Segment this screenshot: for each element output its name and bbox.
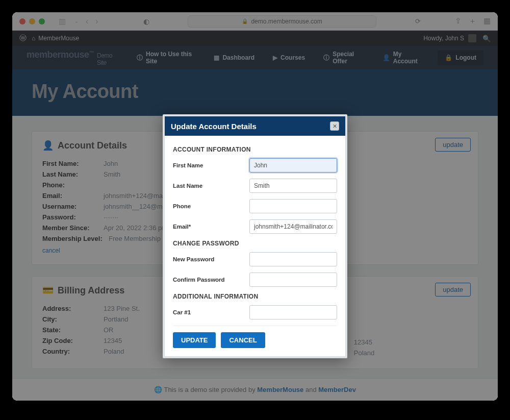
divider [173,326,337,326]
last-name-input[interactable] [249,179,337,193]
modal-header: Update Account Details ✕ [165,116,345,136]
car-1-input[interactable] [249,305,337,319]
phone-input[interactable] [249,199,337,213]
first-name-input[interactable] [249,158,337,172]
section-additional-info: ADDITIONAL INFORMATION [173,293,337,300]
section-change-password: CHANGE PASSWORD [173,240,337,247]
modal-close-button[interactable]: ✕ [330,121,339,131]
update-account-modal: Update Account Details ✕ ACCOUNT INFORMA… [163,114,347,358]
modal-overlay[interactable]: Update Account Details ✕ ACCOUNT INFORMA… [12,12,498,401]
new-password-input[interactable] [249,252,337,266]
modal-title: Update Account Details [171,122,257,131]
confirm-password-input[interactable] [249,273,337,287]
modal-update-button[interactable]: UPDATE [173,332,216,348]
email-input[interactable] [249,219,337,234]
section-account-info: ACCOUNT INFORMATION [173,146,337,153]
browser-window: ▥ ⌄ ‹ › ◐ 🔒 demo.membermouse.com ⟳ ⇪ ＋ ▦… [12,12,498,401]
modal-cancel-button[interactable]: CANCEL [221,332,265,348]
